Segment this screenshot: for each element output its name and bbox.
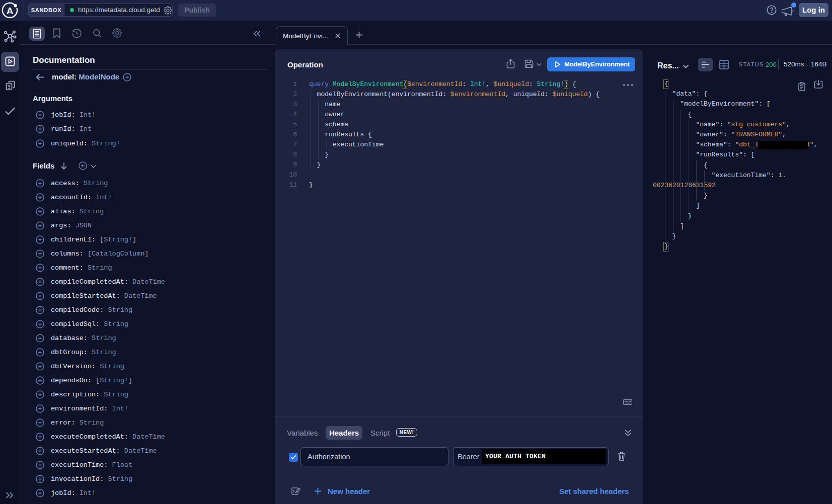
svg-text:A: A [7,6,14,16]
